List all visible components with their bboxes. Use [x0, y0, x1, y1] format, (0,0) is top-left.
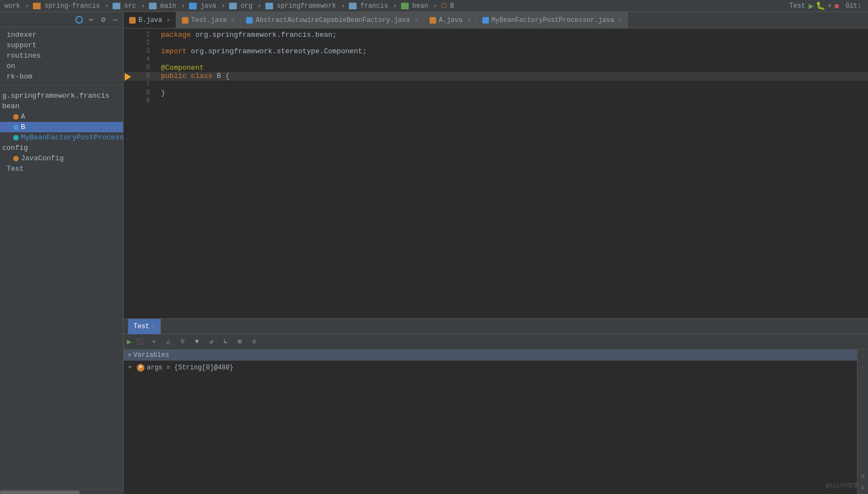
- down-button[interactable]: ▽: [176, 336, 188, 348]
- bc-springframework[interactable]: springframework: [277, 2, 336, 10]
- bc-francis[interactable]: francis: [360, 2, 388, 10]
- sidebar-item-rk-bom[interactable]: rk-bom: [0, 71, 123, 82]
- sidebar-item-label: rk-bom: [7, 72, 32, 81]
- tab-MyBeanFactory-java[interactable]: MyBeanFactoryPostProcessor.java ✕: [477, 12, 628, 29]
- run-toolbar-icon[interactable]: ▶: [127, 337, 131, 346]
- code-line-2: 2: [124, 39, 868, 47]
- down-fill-icon: ▼: [195, 338, 199, 346]
- sidebar-item-MyBeanFactoryPostProcessor[interactable]: MyBeanFactoryPostProcessor: [0, 132, 123, 143]
- debug-icon[interactable]: 🐛: [816, 1, 825, 10]
- variables-collapse-icon[interactable]: ≡: [128, 352, 131, 358]
- tab-close-icon[interactable]: ✕: [231, 16, 235, 24]
- sidebar-item-indexer[interactable]: indexer: [0, 30, 123, 40]
- bottom-tab-label: Test: [133, 323, 149, 330]
- line-marker-3: [124, 47, 135, 55]
- tab-close-icon[interactable]: ✕: [414, 16, 418, 24]
- sidebar-icon-1[interactable]: ↓: [859, 352, 867, 361]
- bottom-tab-test[interactable]: Test ✕: [128, 319, 161, 334]
- line-marker-8: [124, 89, 135, 97]
- bc-spring-francis[interactable]: spring-francis: [44, 2, 100, 10]
- tab-label: A.java: [439, 16, 463, 24]
- tab-close-icon[interactable]: ✕: [166, 16, 170, 24]
- sidebar-icon-3[interactable]: ⊡: [859, 472, 867, 481]
- execution-point-icon: [125, 73, 131, 81]
- tab-A-java[interactable]: A.java ✕: [424, 12, 477, 29]
- java-file-icon: [430, 17, 436, 24]
- line-content-1: package org.springframework.francis.bean…: [157, 31, 868, 39]
- sidebar-item-routines[interactable]: routines: [0, 50, 123, 61]
- category-label: g.springframework.francis: [2, 92, 109, 100]
- class-dot-icon: [13, 114, 19, 120]
- line-content-4: [157, 55, 868, 64]
- add-button[interactable]: ＋: [148, 336, 160, 348]
- variables-header: ≡ Variables: [124, 350, 857, 361]
- breadcrumb-bar: work › spring-francis › src › main › jav…: [0, 0, 868, 12]
- sidebar-item-label: on: [7, 62, 15, 70]
- tab-Test-java[interactable]: Test.java ✕: [176, 12, 241, 29]
- line-marker-6[interactable]: [124, 72, 135, 81]
- sidebar-category-config: config: [0, 143, 123, 153]
- bc-bean[interactable]: bean: [413, 2, 429, 10]
- var-type-icon: P: [137, 364, 144, 372]
- sidebar-item-Test[interactable]: Test: [0, 164, 123, 174]
- expand-icon[interactable]: ⇔: [87, 15, 96, 24]
- compass-icon[interactable]: [75, 15, 84, 24]
- refresh-icon: ↺: [209, 338, 213, 346]
- sidebar-scrollbar[interactable]: [0, 491, 80, 494]
- bc-java[interactable]: java: [201, 2, 216, 10]
- main-layout: ⇔ ⚙ — indexer support routines on rk-bom…: [0, 12, 868, 494]
- grid-button[interactable]: ⊞: [233, 336, 246, 348]
- tab-close-icon[interactable]: ✕: [619, 16, 622, 24]
- tab-label: AbstractAutowireCapableBeanFactory.java: [255, 16, 410, 24]
- line-content-6: public class B {: [157, 72, 868, 81]
- code-line-3: 3 import org.springframework.stereotype.…: [124, 47, 868, 55]
- tab-close-icon[interactable]: ✕: [467, 16, 471, 24]
- sidebar-icon-2[interactable]: ↑: [859, 363, 867, 372]
- tab-AbstractAutowire-java[interactable]: AbstractAutowireCapableBeanFactory.java …: [241, 12, 424, 29]
- java-file-icon: [246, 17, 253, 24]
- code-editor[interactable]: 1 package org.springframework.francis.be…: [124, 29, 868, 318]
- sidebar-icon-4[interactable]: ⊡: [859, 483, 867, 492]
- java-file-icon: [182, 17, 188, 24]
- var-expand-icon[interactable]: +: [128, 364, 135, 372]
- line-num-2: 2: [135, 39, 157, 47]
- bc-main[interactable]: main: [160, 2, 176, 10]
- tab-label: B.java: [138, 16, 162, 24]
- step-button[interactable]: ↳: [219, 336, 231, 348]
- bottom-tab-close-icon[interactable]: ✕: [152, 323, 155, 330]
- console-button[interactable]: ⬛: [133, 336, 146, 348]
- bc-sep4: ›: [181, 2, 185, 10]
- line-marker-5: [124, 64, 135, 72]
- refresh-button[interactable]: ↺: [205, 336, 217, 348]
- code-line-7: 7: [124, 81, 868, 89]
- bc-folder-sf-icon: [265, 3, 273, 9]
- sidebar-item-JavaConfig[interactable]: JavaConfig: [0, 153, 123, 164]
- sidebar-item-B[interactable]: B: [0, 122, 123, 132]
- sidebar-item-support[interactable]: support: [0, 40, 123, 50]
- bc-org[interactable]: org: [241, 2, 253, 10]
- bc-src[interactable]: src: [124, 2, 136, 10]
- coverage-icon[interactable]: ⚡: [827, 1, 832, 10]
- line-content-3: import org.springframework.stereotype.Co…: [157, 47, 868, 55]
- minimize-icon[interactable]: —: [111, 15, 120, 24]
- settings-icon[interactable]: ⚙: [99, 15, 108, 24]
- variables-content: + P args = {String[0]@480}: [124, 361, 857, 494]
- filter-button[interactable]: ≡: [248, 336, 260, 348]
- sidebar-item-A[interactable]: A: [0, 111, 123, 122]
- tab-label: MyBeanFactoryPostProcessor.java: [492, 16, 614, 24]
- sidebar: ⇔ ⚙ — indexer support routines on rk-bom…: [0, 12, 124, 494]
- sidebar-item-on[interactable]: on: [0, 61, 123, 71]
- tab-B-java[interactable]: B.java ✕: [124, 12, 176, 29]
- bc-b[interactable]: B: [450, 2, 454, 10]
- watermark: @51CTO博客: [825, 481, 859, 490]
- bc-work[interactable]: work: [4, 2, 20, 10]
- line-num-4: 4: [135, 55, 157, 64]
- line-content-8: }: [157, 89, 868, 97]
- up-button[interactable]: △: [162, 336, 174, 348]
- variables-label: Variables: [133, 351, 169, 359]
- run-icon[interactable]: ▶: [809, 1, 814, 12]
- class-dot-icon: [13, 156, 19, 161]
- down-fill-button[interactable]: ▼: [191, 336, 203, 348]
- bc-folder-java-icon: [189, 3, 197, 9]
- stop-icon[interactable]: ◼: [834, 1, 839, 10]
